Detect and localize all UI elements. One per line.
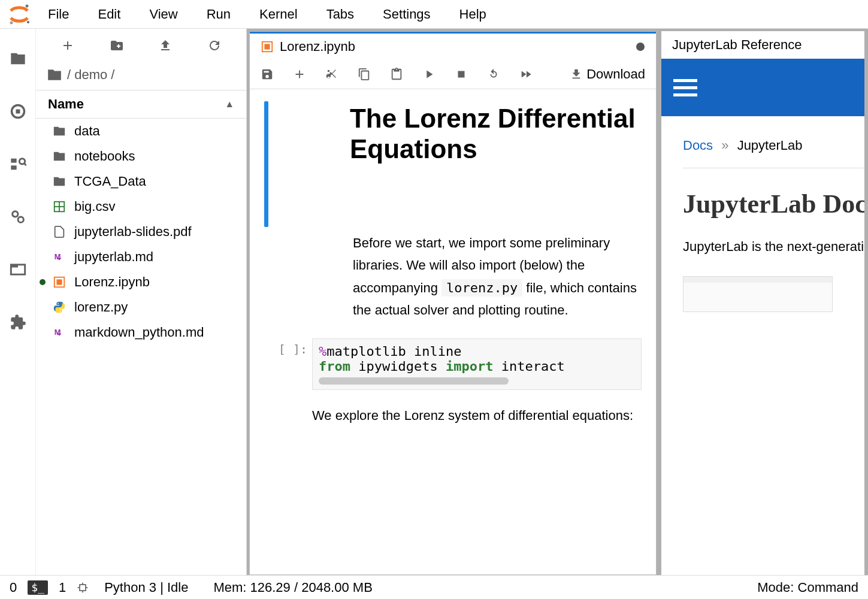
- menu-tabs[interactable]: Tabs: [326, 7, 354, 22]
- status-left-number: 0: [10, 580, 17, 595]
- file-name: jupyterlab.md: [74, 249, 153, 265]
- save-icon[interactable]: [261, 68, 274, 81]
- file-name: notebooks: [74, 149, 135, 164]
- file-item[interactable]: notebooks: [36, 144, 246, 169]
- running-sessions-icon[interactable]: [10, 103, 26, 120]
- docs-link[interactable]: Docs: [683, 138, 713, 153]
- svg-point-1: [10, 21, 13, 24]
- inline-code: lorenz.py: [441, 279, 522, 297]
- menu-bar: File Edit View Run Kernel Tabs Settings …: [0, 0, 868, 29]
- toc-icon[interactable]: [10, 156, 26, 173]
- file-type-icon: M: [52, 326, 67, 339]
- run-icon[interactable]: [422, 68, 435, 81]
- notebook-title: The Lorenz Differential Equations: [350, 104, 642, 164]
- extensions-icon[interactable]: [10, 314, 26, 331]
- download-label: Download: [586, 66, 645, 82]
- menu-run[interactable]: Run: [207, 7, 231, 22]
- svg-rect-12: [11, 265, 18, 268]
- breadcrumb[interactable]: / demo /: [36, 62, 246, 90]
- tab-bar: Lorenz.ipynb: [250, 32, 656, 59]
- new-folder-icon[interactable]: [110, 38, 124, 53]
- file-item[interactable]: jupyterlab-slides.pdf: [36, 219, 246, 244]
- svg-point-9: [12, 211, 17, 217]
- file-item[interactable]: Mjupyterlab.md: [36, 244, 246, 270]
- menu-view[interactable]: View: [149, 7, 177, 22]
- download-icon: [570, 68, 583, 81]
- restart-icon[interactable]: [487, 68, 500, 81]
- activity-bar: [0, 29, 36, 575]
- download-button[interactable]: Download: [570, 66, 645, 82]
- horizontal-scrollbar[interactable]: [319, 377, 509, 385]
- file-browser-icon[interactable]: [10, 50, 26, 67]
- tab-label: Lorenz.ipynb: [280, 39, 355, 55]
- upload-icon[interactable]: [158, 38, 173, 53]
- file-type-icon: [52, 150, 67, 163]
- svg-point-0: [26, 4, 29, 7]
- markdown-paragraph: We explore the Lorenz system of differen…: [264, 390, 642, 426]
- file-item[interactable]: big.csv: [36, 194, 246, 219]
- screenshot-thumbnail: [683, 276, 833, 312]
- markdown-cell[interactable]: The Lorenz Differential Equations: [264, 101, 642, 227]
- menu-settings[interactable]: Settings: [383, 7, 431, 22]
- file-item[interactable]: Lorenz.ipynb: [36, 270, 246, 295]
- kernel-icon[interactable]: [77, 582, 89, 594]
- unsaved-indicator-icon: [636, 43, 645, 51]
- status-terminals-count: 1: [59, 580, 66, 595]
- copy-icon[interactable]: [358, 68, 371, 81]
- tab-lorenz[interactable]: Lorenz.ipynb: [250, 34, 656, 59]
- file-type-icon: [52, 175, 67, 188]
- svg-rect-21: [264, 44, 270, 49]
- cell-selection-bar: [264, 101, 268, 227]
- reference-breadcrumb: Docs » JupyterLab: [683, 138, 864, 153]
- file-item[interactable]: lorenz.py: [36, 295, 246, 320]
- code-input[interactable]: %matplotlib inline from ipywidgets impor…: [312, 338, 642, 390]
- svg-point-2: [27, 21, 29, 23]
- menu-edit[interactable]: Edit: [98, 7, 120, 22]
- svg-rect-4: [16, 110, 20, 114]
- reference-body[interactable]: Docs » JupyterLab JupyterLab Documentati…: [661, 116, 864, 312]
- tab-reference[interactable]: JupyterLab Reference: [661, 31, 864, 59]
- notebook-toolbar: Download: [250, 59, 656, 89]
- file-type-icon: [52, 200, 67, 213]
- tabs-icon[interactable]: [10, 261, 26, 278]
- file-browser-toolbar: [36, 29, 246, 62]
- cut-icon[interactable]: [325, 68, 338, 81]
- hamburger-icon[interactable]: [673, 79, 697, 96]
- notebook-content[interactable]: The Lorenz Differential Equations Before…: [250, 89, 656, 574]
- file-name: data: [74, 123, 100, 139]
- main-area: Lorenz.ipynb Download: [247, 29, 868, 575]
- file-type-icon: [52, 276, 67, 289]
- svg-point-7: [19, 159, 25, 164]
- code-cell[interactable]: [ ]: %matplotlib inline from ipywidgets …: [264, 338, 642, 390]
- menu-file[interactable]: File: [48, 7, 69, 22]
- terminal-icon[interactable]: $_: [28, 580, 48, 595]
- stop-icon[interactable]: [455, 68, 468, 81]
- file-list-header[interactable]: Name ▲: [36, 90, 246, 119]
- name-column-label: Name: [48, 96, 84, 112]
- svg-rect-5: [11, 159, 16, 163]
- menu-kernel[interactable]: Kernel: [259, 7, 298, 22]
- refresh-icon[interactable]: [207, 38, 222, 53]
- menu-help[interactable]: Help: [459, 7, 486, 22]
- file-item[interactable]: Mmarkdown_python.md: [36, 320, 246, 345]
- svg-rect-6: [11, 165, 16, 170]
- main-menu: File Edit View Run Kernel Tabs Settings …: [41, 7, 486, 22]
- reference-paragraph: JupyterLab is the next-generation web-ba…: [683, 235, 864, 259]
- file-item[interactable]: data: [36, 119, 246, 144]
- sort-caret-icon: ▲: [225, 99, 234, 110]
- file-item[interactable]: TCGA_Data: [36, 169, 246, 194]
- fast-forward-icon[interactable]: [519, 68, 533, 81]
- file-name: TCGA_Data: [74, 174, 146, 189]
- insert-cell-icon[interactable]: [293, 68, 306, 81]
- file-name: lorenz.py: [74, 300, 128, 315]
- file-type-icon: M: [52, 250, 67, 264]
- paste-icon[interactable]: [390, 68, 403, 81]
- breadcrumb-separator: »: [721, 138, 728, 153]
- status-kernel[interactable]: Python 3 | Idle: [104, 580, 188, 595]
- folder-icon: [47, 67, 62, 83]
- svg-line-8: [24, 164, 26, 166]
- file-type-icon: [52, 125, 67, 138]
- settings-icon[interactable]: [10, 208, 26, 225]
- new-launcher-icon[interactable]: [61, 38, 75, 53]
- svg-rect-23: [80, 585, 86, 591]
